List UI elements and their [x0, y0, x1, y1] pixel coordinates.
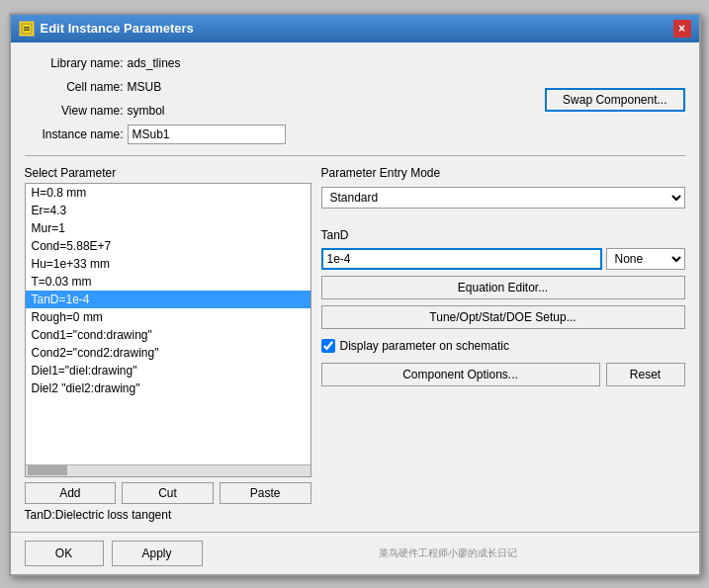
library-value: ads_tlines	[128, 56, 181, 70]
param-item[interactable]: Cond=5.88E+7	[26, 237, 310, 255]
tune-opt-button[interactable]: Tune/Opt/Stat/DOE Setup...	[321, 305, 685, 329]
add-button[interactable]: Add	[25, 482, 117, 504]
right-panel: Parameter Entry Mode Standard Advanced T…	[321, 166, 685, 522]
component-options-button[interactable]: Component Options...	[321, 363, 600, 386]
svg-rect-2	[24, 29, 30, 31]
param-list[interactable]: H=0.8 mm Er=4.3 Mur=1 Cond=5.88E+7 Hu=1e…	[26, 184, 310, 464]
watermark-text: 菜鸟硬件工程师小廖的成长日记	[211, 546, 685, 560]
instance-label: Instance name:	[25, 127, 124, 141]
tand-value-input[interactable]	[321, 248, 602, 270]
swap-component-button[interactable]: Swap Component...	[545, 88, 684, 112]
reset-button[interactable]: Reset	[606, 363, 685, 386]
view-value: symbol	[128, 104, 165, 118]
svg-rect-0	[22, 24, 32, 34]
view-label: View name:	[25, 104, 124, 118]
svg-rect-1	[24, 27, 30, 29]
library-label: Library name:	[25, 56, 124, 70]
scroll-thumb-h	[28, 465, 67, 475]
param-list-container: H=0.8 mm Er=4.3 Mur=1 Cond=5.88E+7 Hu=1e…	[25, 183, 311, 477]
param-item[interactable]: T=0.03 mm	[26, 273, 310, 291]
instance-row: Instance name:	[25, 124, 286, 145]
ok-button[interactable]: OK	[25, 541, 104, 566]
param-item[interactable]: Rough=0 mm	[26, 308, 310, 326]
display-checkbox-row: Display parameter on schematic	[321, 339, 685, 353]
param-item[interactable]: Diel2 "diel2:drawing"	[26, 379, 310, 397]
param-item[interactable]: Cond2="cond2:drawing"	[26, 344, 310, 362]
param-item[interactable]: Mur=1	[26, 219, 310, 237]
title-bar-left: Edit Instance Parameters	[19, 21, 194, 37]
status-text: TanD:Dielectric loss tangent	[25, 508, 311, 522]
view-row: View name: symbol	[25, 100, 286, 122]
tand-input-row: None Linear Log	[321, 248, 685, 270]
param-item[interactable]: Hu=1e+33 mm	[26, 255, 310, 273]
bottom-bar: OK Apply 菜鸟硬件工程师小廖的成长日记	[11, 532, 699, 574]
tand-label: TanD	[321, 228, 685, 242]
title-bar: Edit Instance Parameters ×	[11, 15, 699, 42]
param-entry-section: Parameter Entry Mode Standard Advanced	[321, 166, 685, 209]
display-on-schematic-checkbox[interactable]	[321, 339, 335, 353]
param-item[interactable]: Diel1="diel:drawing"	[26, 362, 310, 379]
list-buttons: Add Cut Paste	[25, 482, 311, 504]
tand-none-select[interactable]: None Linear Log	[606, 248, 685, 270]
left-panel: Select Parameter H=0.8 mm Er=4.3 Mur=1 C…	[25, 166, 311, 522]
param-item[interactable]: Cond1="cond:drawing"	[26, 326, 310, 344]
horizontal-scrollbar[interactable]	[26, 464, 310, 476]
parameter-entry-mode-select[interactable]: Standard Advanced	[321, 187, 685, 209]
main-content: Select Parameter H=0.8 mm Er=4.3 Mur=1 C…	[25, 166, 685, 522]
dialog-body: Library name: ads_tlines Cell name: MSUB…	[11, 42, 699, 532]
paste-button[interactable]: Paste	[220, 482, 311, 504]
info-rows: Library name: ads_tlines Cell name: MSUB…	[25, 52, 286, 145]
cell-label: Cell name:	[25, 80, 124, 94]
dialog-icon	[19, 21, 35, 37]
component-options-row: Component Options... Reset	[321, 363, 685, 386]
param-item-selected[interactable]: TanD=1e-4	[26, 291, 310, 308]
library-row: Library name: ads_tlines	[25, 52, 286, 74]
cut-button[interactable]: Cut	[122, 482, 214, 504]
cell-value: MSUB	[128, 80, 162, 94]
edit-instance-dialog: Edit Instance Parameters × Library name:…	[9, 13, 701, 576]
mode-label: Parameter Entry Mode	[321, 166, 685, 180]
cell-row: Cell name: MSUB	[25, 76, 286, 98]
select-parameter-label: Select Parameter	[25, 166, 311, 180]
param-item[interactable]: Er=4.3	[26, 202, 310, 219]
display-checkbox-label: Display parameter on schematic	[340, 339, 509, 353]
close-button[interactable]: ×	[673, 20, 691, 38]
apply-button[interactable]: Apply	[112, 541, 203, 566]
param-item[interactable]: H=0.8 mm	[26, 184, 310, 202]
dialog-title: Edit Instance Parameters	[41, 21, 194, 36]
top-info-section: Library name: ads_tlines Cell name: MSUB…	[25, 52, 685, 145]
separator-1	[25, 155, 685, 156]
equation-editor-button[interactable]: Equation Editor...	[321, 276, 685, 299]
instance-name-input[interactable]	[128, 125, 286, 144]
